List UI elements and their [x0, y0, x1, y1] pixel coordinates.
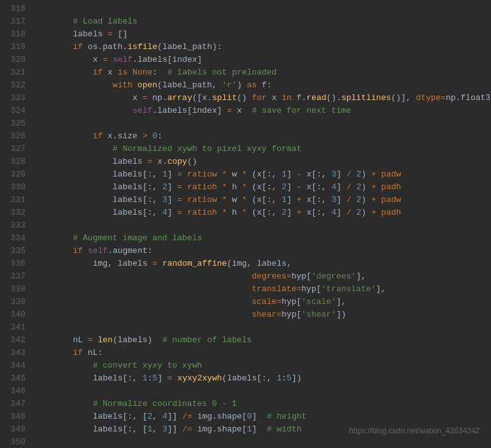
code-line: 320 x = self.labels[index] — [0, 54, 491, 66]
line-number: 346 — [0, 385, 33, 398]
line-content: nL = len(labels) # number of labels — [33, 334, 491, 347]
line-content: if os.path.isfile(label_path): — [33, 41, 491, 54]
code-line: 348 labels[:, [2, 4]] /= img.shape[0] # … — [0, 410, 491, 423]
line-number: 340 — [0, 308, 33, 321]
code-line: 325 — [0, 117, 491, 130]
code-line: 345 labels[:, 1:5] = xyxy2xywh(labels[:,… — [0, 372, 491, 385]
code-container: 316317 # Load labels318 labels = []319 i… — [0, 0, 491, 448]
line-number: 326 — [0, 130, 33, 143]
line-number: 342 — [0, 334, 33, 347]
code-line: 322 with open(label_path, 'r') as f: — [0, 79, 491, 92]
code-line: 317 # Load labels — [0, 15, 491, 28]
line-number: 327 — [0, 143, 33, 155]
line-number: 329 — [0, 168, 33, 181]
code-line: 342 nL = len(labels) # number of labels — [0, 334, 491, 347]
code-line: 318 labels = [] — [0, 28, 491, 41]
line-content: x = self.labels[index] — [33, 54, 491, 66]
line-content: labels[:, 4] = ratioh * h * (x[:, 2] + x… — [33, 206, 491, 219]
code-line: 344 # convert xyxy to xywh — [0, 359, 491, 372]
code-line: 349 labels[:, [1, 3]] /= img.shape[1] # … — [0, 423, 491, 436]
code-line: 334 # Augment image and labels — [0, 232, 491, 245]
line-content: degrees=hyp['degrees'], — [33, 270, 491, 283]
code-line: 336 img, labels = random_affine(img, lab… — [0, 257, 491, 270]
code-line: 327 # Normalized xywh to pixel xyxy form… — [0, 143, 491, 155]
line-content: if nL: — [33, 347, 491, 359]
line-content: # Normalize coordinates 0 - 1 — [33, 398, 491, 410]
line-number: 344 — [0, 359, 33, 372]
code-line: 343 if nL: — [0, 347, 491, 359]
line-content: img, labels = random_affine(img, labels, — [33, 257, 491, 270]
line-number: 348 — [0, 410, 33, 423]
line-content: translate=hyp['translate'], — [33, 283, 491, 296]
code-line: 319 if os.path.isfile(label_path): — [0, 41, 491, 54]
code-line: 338 translate=hyp['translate'], — [0, 283, 491, 296]
line-content: labels[:, [2, 4]] /= img.shape[0] # heig… — [33, 410, 491, 423]
line-content: self.labels[index] = x # save for next t… — [33, 105, 491, 117]
line-number: 317 — [0, 15, 33, 28]
line-number: 332 — [0, 206, 33, 219]
line-number: 316 — [0, 3, 33, 15]
line-number: 330 — [0, 181, 33, 194]
code-line: 326 if x.size > 0: — [0, 130, 491, 143]
line-content: scale=hyp['scale'], — [33, 296, 491, 308]
line-number: 341 — [0, 321, 33, 334]
line-number: 319 — [0, 41, 33, 54]
code-line: 333 — [0, 219, 491, 232]
code-line: 329 labels[:, 1] = ratiow * w * (x[:, 1]… — [0, 168, 491, 181]
code-line: 330 labels[:, 2] = ratioh * h * (x[:, 2]… — [0, 181, 491, 194]
line-number: 321 — [0, 66, 33, 79]
line-number: 343 — [0, 347, 33, 359]
line-content: labels[:, 1:5] = xyxy2xywh(labels[:, 1:5… — [33, 372, 491, 385]
line-number: 349 — [0, 423, 33, 436]
line-number: 323 — [0, 92, 33, 105]
line-number: 322 — [0, 79, 33, 92]
line-content: with open(label_path, 'r') as f: — [33, 79, 491, 92]
line-number: 345 — [0, 372, 33, 385]
code-line: 341 — [0, 321, 491, 334]
line-content: # Load labels — [33, 15, 491, 28]
line-content: x = np.array([x.split() for x in f.read(… — [33, 92, 491, 105]
line-number: 331 — [0, 194, 33, 206]
code-line: 335 if self.augment: — [0, 245, 491, 257]
code-line: 316 — [0, 3, 491, 15]
code-line: 339 scale=hyp['scale'], — [0, 296, 491, 308]
line-number: 324 — [0, 105, 33, 117]
line-content: labels = [] — [33, 28, 491, 41]
line-number: 328 — [0, 155, 33, 168]
line-content: # convert xyxy to xywh — [33, 359, 491, 372]
code-line: 328 labels = x.copy() — [0, 155, 491, 168]
line-number: 325 — [0, 117, 33, 130]
code-line: 321 if x is None: # labels not preloaded — [0, 66, 491, 79]
line-content: if self.augment: — [33, 245, 491, 257]
code-line: 340 shear=hyp['shear']) — [0, 308, 491, 321]
code-line: 332 labels[:, 4] = ratioh * h * (x[:, 2]… — [0, 206, 491, 219]
line-content: shear=hyp['shear']) — [33, 308, 491, 321]
line-number: 339 — [0, 296, 33, 308]
line-number: 320 — [0, 54, 33, 66]
line-number: 337 — [0, 270, 33, 283]
code-line: 324 self.labels[index] = x # save for ne… — [0, 105, 491, 117]
line-number: 336 — [0, 257, 33, 270]
line-content: # Normalized xywh to pixel xyxy format — [33, 143, 491, 155]
line-content: labels[:, 3] = ratiow * w * (x[:, 1] + x… — [33, 194, 491, 206]
line-number: 333 — [0, 219, 33, 232]
code-line: 323 x = np.array([x.split() for x in f.r… — [0, 92, 491, 105]
line-content: labels[:, [1, 3]] /= img.shape[1] # widt… — [33, 423, 491, 436]
line-content: if x is None: # labels not preloaded — [33, 66, 491, 79]
line-number: 350 — [0, 436, 33, 448]
line-content: labels = x.copy() — [33, 155, 491, 168]
code-line: 346 — [0, 385, 491, 398]
line-number: 335 — [0, 245, 33, 257]
line-content: # Augment image and labels — [33, 232, 491, 245]
line-number: 338 — [0, 283, 33, 296]
code-line: 347 # Normalize coordinates 0 - 1 — [0, 398, 491, 410]
line-number: 347 — [0, 398, 33, 410]
line-content: labels[:, 1] = ratiow * w * (x[:, 1] - x… — [33, 168, 491, 181]
line-content: labels[:, 2] = ratioh * h * (x[:, 2] - x… — [33, 181, 491, 194]
line-content: if x.size > 0: — [33, 130, 491, 143]
code-line: 337 degrees=hyp['degrees'], — [0, 270, 491, 283]
code-line: 350 — [0, 436, 491, 448]
code-line: 331 labels[:, 3] = ratiow * w * (x[:, 1]… — [0, 194, 491, 206]
line-number: 334 — [0, 232, 33, 245]
line-number: 318 — [0, 28, 33, 41]
